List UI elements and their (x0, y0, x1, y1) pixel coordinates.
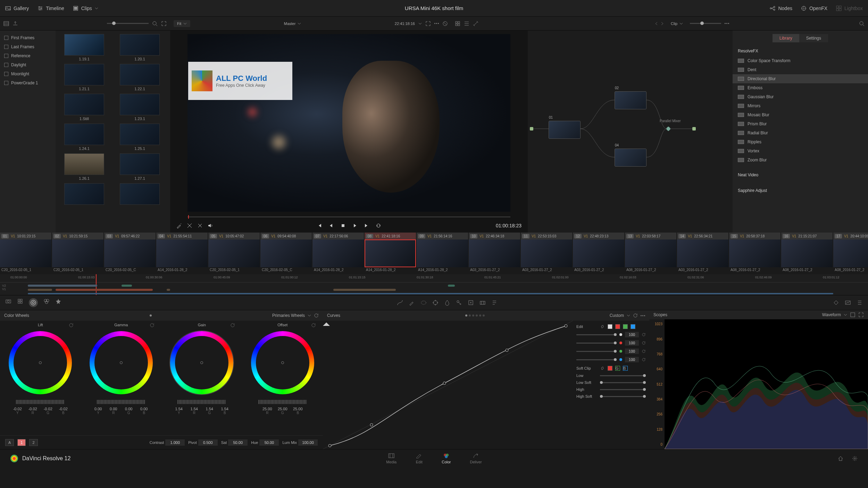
expand-icon[interactable] (161, 21, 167, 26)
clip-thumb[interactable]: 13V122:03:58:17A08_2016-01-27_2 (625, 233, 676, 274)
clip-thumb[interactable]: 11V122:53:15:03A03_2016-01-27_2 (521, 233, 572, 274)
loop-icon[interactable] (376, 223, 381, 228)
sat-input[interactable] (228, 439, 248, 446)
viewer-fit-dropdown[interactable]: Fit (174, 20, 190, 27)
sidebar-item[interactable]: Daylight (0, 60, 56, 69)
clips-button[interactable]: Clips (73, 6, 98, 11)
grid-icon[interactable] (455, 21, 460, 26)
reset-icon[interactable] (642, 341, 646, 345)
contrast-input[interactable] (165, 439, 185, 446)
node-04[interactable]: 04 (615, 149, 646, 167)
crosshair-icon[interactable] (187, 223, 192, 228)
tracker-icon[interactable] (432, 300, 439, 306)
softclip-b-checkbox[interactable]: B (623, 366, 628, 371)
keyframe-icon[interactable] (833, 300, 839, 306)
sidebar-item[interactable]: First Frames (0, 33, 56, 42)
still-thumb[interactable]: 1.22.1 (115, 64, 165, 91)
lummix-input[interactable] (298, 439, 318, 446)
lift-values[interactable]: -0.02-0.02-0.02-0.02 (11, 407, 69, 411)
fx-item[interactable]: Emboss (733, 83, 868, 92)
fx-item[interactable]: Gaussian Blur (733, 92, 868, 101)
node-editor[interactable]: 01 02 04 Parallel Mixer (528, 31, 733, 233)
reset-icon[interactable] (642, 349, 646, 353)
clip-thumb[interactable]: 07V122:17:56:06A14_2016-01-28_2 (312, 233, 364, 274)
page-color[interactable]: Color (442, 453, 451, 464)
fx-tab-library[interactable]: Library (773, 34, 799, 42)
link-icon[interactable] (600, 366, 605, 371)
still-thumb[interactable]: 1.27.1 (115, 153, 165, 180)
blur-icon[interactable] (444, 300, 450, 306)
clip-strip[interactable]: 01V110:01:23:15C20_2016-02-05_102V110:21… (0, 233, 868, 274)
scopes-icon[interactable] (845, 300, 851, 306)
clip-dropdown[interactable]: Clip (667, 20, 686, 27)
low-slider[interactable] (600, 375, 646, 376)
stop-icon[interactable] (340, 223, 346, 228)
clip-thumb[interactable]: 15V120:58:37:18A08_2016-01-27_2 (729, 233, 781, 274)
node-02[interactable]: 02 (615, 91, 646, 109)
search-icon[interactable] (859, 21, 865, 26)
high-slider[interactable] (600, 389, 646, 390)
pivot-input[interactable] (198, 439, 218, 446)
intensity-g-input[interactable] (625, 348, 639, 354)
more-icon[interactable] (725, 23, 729, 24)
intensity-b-slider[interactable] (576, 359, 617, 360)
still-thumb[interactable]: 1.20.1 (115, 34, 165, 61)
chevron-down-icon[interactable] (418, 23, 422, 25)
mini-timeline[interactable]: 01:00:00:0001:00:15:0301:00:30:0601:00:4… (0, 274, 868, 295)
fx-item[interactable]: Vortex (733, 146, 868, 155)
motion-icon[interactable] (55, 298, 61, 304)
speaker-icon[interactable] (208, 223, 213, 228)
still-thumb[interactable]: 1.26.1 (59, 153, 109, 180)
gamma-master-slider[interactable] (97, 400, 145, 404)
play-icon[interactable] (352, 223, 358, 228)
link-icon[interactable] (600, 324, 605, 329)
prev-frame-icon[interactable] (328, 223, 334, 228)
still-thumb[interactable] (59, 183, 109, 205)
fx-item[interactable]: Ripples (733, 137, 868, 146)
curves-icon[interactable] (397, 300, 403, 306)
reset-icon[interactable] (150, 323, 155, 328)
edit-y-checkbox[interactable] (608, 324, 612, 329)
intensity-y-slider[interactable] (576, 334, 617, 335)
sidebar-item[interactable]: PowerGrade 1 (0, 78, 56, 87)
scope-mode[interactable]: Waveform (822, 312, 841, 317)
reset-icon[interactable] (633, 313, 638, 318)
clip-thumb[interactable]: 06V109:54:40:08C20_2016-02-05_C (260, 233, 312, 274)
lift-master-slider[interactable] (16, 400, 65, 404)
info-icon[interactable] (857, 300, 863, 306)
more-icon[interactable] (641, 315, 645, 316)
clip-thumb[interactable]: 03V109:57:46:22C20_2016-02-05_C (104, 233, 156, 274)
clip-thumb[interactable]: 09V121:56:14:16A14_2016-01-28_2 (417, 233, 468, 274)
color-match-icon[interactable] (17, 298, 23, 304)
gain-wheel[interactable] (170, 331, 233, 394)
camera-raw-icon[interactable] (5, 298, 11, 304)
node-zoom-slider[interactable] (690, 23, 721, 24)
rgb-mixer-icon[interactable] (43, 298, 50, 304)
node-01[interactable]: 01 (549, 121, 581, 139)
curve-editor[interactable] (323, 321, 573, 449)
intensity-g-slider[interactable] (576, 351, 617, 352)
still-thumb[interactable] (115, 183, 165, 205)
fx-item[interactable]: Mosaic Blur (733, 110, 868, 119)
fx-item[interactable]: Radial Blur (733, 128, 868, 137)
still-thumb[interactable]: 1.25.1 (115, 124, 165, 151)
prev-icon[interactable] (655, 22, 658, 25)
home-icon[interactable] (838, 456, 843, 461)
page-1-button[interactable]: 1 (17, 439, 26, 446)
fx-item[interactable]: Zoom Blur (733, 155, 868, 165)
wand-icon[interactable] (473, 21, 478, 26)
reset-icon[interactable] (230, 323, 235, 328)
node-input[interactable] (530, 127, 533, 131)
sizing-icon[interactable] (468, 300, 474, 306)
offset-master-slider[interactable] (258, 400, 307, 404)
master-dropdown[interactable]: Master (281, 20, 305, 27)
nodes-button[interactable]: Nodes (770, 6, 792, 11)
qualifier-icon[interactable] (409, 300, 415, 306)
intensity-r-input[interactable] (625, 340, 639, 346)
thumb-size-slider[interactable] (107, 23, 149, 24)
search-icon[interactable] (152, 21, 158, 26)
fx-item[interactable]: Directional Blur (733, 74, 868, 83)
next-icon[interactable] (661, 22, 664, 25)
clip-thumb[interactable]: 01V110:01:23:15C20_2016-02-05_1 (0, 233, 51, 274)
page-edit[interactable]: Edit (416, 453, 423, 464)
